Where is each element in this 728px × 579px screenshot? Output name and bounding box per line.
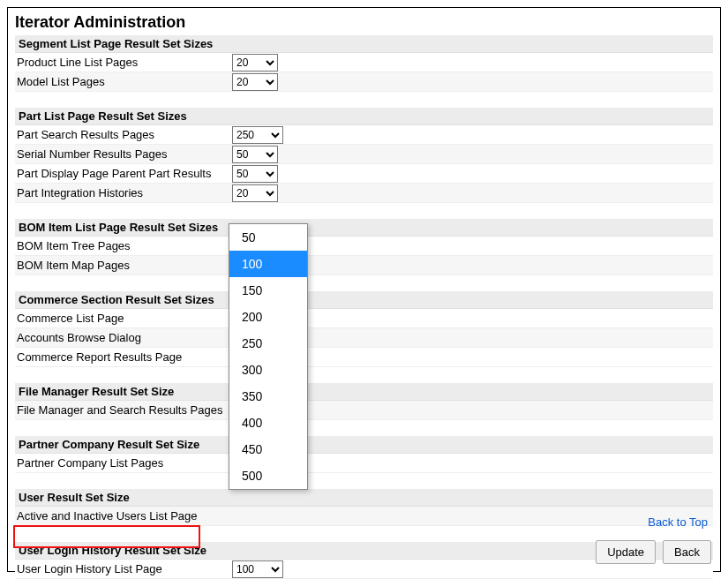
section-header-user: User Result Set Size xyxy=(15,489,713,507)
row-bom-map: BOM Item Map Pages xyxy=(15,256,713,275)
page-title: Iterator Administration xyxy=(15,13,713,32)
row-accounts-browse: Accounts Browse Dialog xyxy=(15,328,713,348)
dropdown-option[interactable]: 450 xyxy=(229,436,307,462)
section-header-commerce: Commerce Section Result Set Sizes xyxy=(15,291,713,309)
dropdown-open-login-history[interactable]: 50 100 150 200 250 300 350 400 450 500 xyxy=(229,223,308,490)
label-login-history: User Login History List Page xyxy=(15,562,232,575)
footer-buttons: Update Back xyxy=(596,540,711,564)
row-commerce-report: Commerce Report Results Page xyxy=(15,348,713,367)
dropdown-option[interactable]: 500 xyxy=(229,462,307,489)
label-bom-map: BOM Item Map Pages xyxy=(15,259,232,272)
dropdown-option[interactable]: 150 xyxy=(229,277,307,304)
section-header-filemgr: File Manager Result Set Size xyxy=(15,383,713,401)
dropdown-option[interactable]: 400 xyxy=(229,410,307,436)
back-button[interactable]: Back xyxy=(663,540,711,564)
select-model-list[interactable]: 20 xyxy=(232,73,278,91)
dropdown-option[interactable]: 200 xyxy=(229,304,307,330)
label-filemgr-search: File Manager and Search Results Pages xyxy=(15,403,232,417)
dropdown-option[interactable]: 50 xyxy=(229,224,307,251)
row-filemgr-search: File Manager and Search Results Pages xyxy=(15,401,713,420)
row-serial-number: Serial Number Results Pages 50 xyxy=(15,145,713,164)
select-parent-part[interactable]: 50 xyxy=(232,165,278,183)
row-commerce-list: Commerce List Page xyxy=(15,309,713,328)
select-part-search[interactable]: 250 xyxy=(232,126,283,144)
label-serial-number: Serial Number Results Pages xyxy=(15,147,232,161)
label-model-list: Model List Pages xyxy=(15,75,232,88)
row-model-list: Model List Pages 20 xyxy=(15,72,713,92)
row-partner-list: Partner Company List Pages xyxy=(15,454,713,473)
section-header-segment: Segment List Page Result Set Sizes xyxy=(15,35,713,53)
back-to-top-link[interactable]: Back to Top xyxy=(648,515,708,529)
update-button[interactable]: Update xyxy=(596,540,656,564)
dropdown-option[interactable]: 350 xyxy=(229,383,307,410)
dropdown-option[interactable]: 300 xyxy=(229,357,307,383)
label-part-search: Part Search Results Pages xyxy=(15,128,232,141)
label-commerce-report: Commerce Report Results Page xyxy=(15,350,232,364)
dropdown-option-selected[interactable]: 100 xyxy=(229,251,307,277)
label-commerce-list: Commerce List Page xyxy=(15,312,232,325)
select-product-line[interactable]: 20 xyxy=(232,54,278,71)
row-part-search: Part Search Results Pages 250 xyxy=(15,125,713,145)
label-product-line: Product Line List Pages xyxy=(15,56,232,69)
select-serial-number[interactable]: 50 xyxy=(232,146,278,163)
dropdown-option[interactable]: 250 xyxy=(229,330,307,357)
label-parent-part: Part Display Page Parent Part Results xyxy=(15,167,232,180)
row-product-line: Product Line List Pages 20 xyxy=(15,53,713,72)
select-login-history[interactable]: 100 xyxy=(232,560,283,578)
section-header-partner: Partner Company Result Set Size xyxy=(15,436,713,454)
admin-panel: Iterator Administration Segment List Pag… xyxy=(7,7,721,572)
row-integration-hist: Part Integration Histories 20 xyxy=(15,184,713,203)
section-header-part: Part List Page Result Set Sizes xyxy=(15,108,713,125)
label-integration-hist: Part Integration Histories xyxy=(15,186,232,199)
select-integration-hist[interactable]: 20 xyxy=(232,184,278,202)
section-header-bom: BOM Item List Page Result Set Sizes xyxy=(15,219,713,237)
label-bom-tree: BOM Item Tree Pages xyxy=(15,239,232,252)
row-bom-tree: BOM Item Tree Pages xyxy=(15,237,713,256)
label-accounts-browse: Accounts Browse Dialog xyxy=(15,331,232,344)
row-parent-part: Part Display Page Parent Part Results 50 xyxy=(15,164,713,184)
label-partner-list: Partner Company List Pages xyxy=(15,456,232,470)
label-user-active: Active and Inactive Users List Page xyxy=(15,509,232,523)
row-user-active: Active and Inactive Users List Page xyxy=(15,507,713,526)
